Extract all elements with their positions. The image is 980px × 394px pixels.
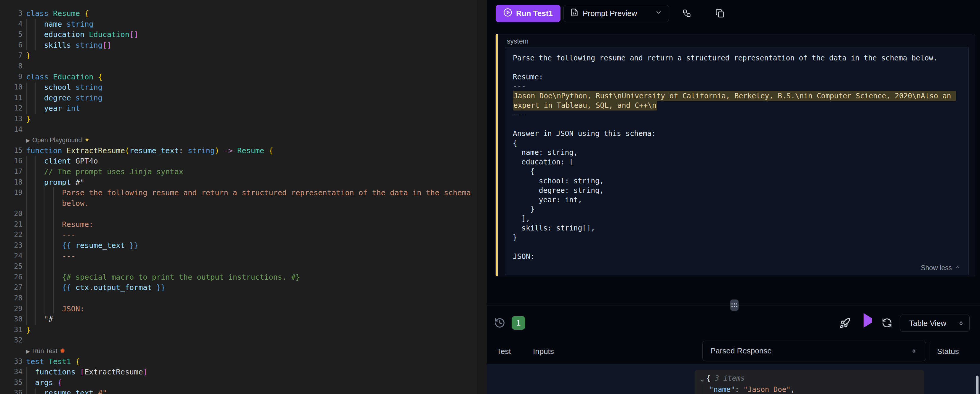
code-token: { xyxy=(706,374,715,383)
code-token: ExtractResume xyxy=(84,368,143,376)
code-line: 7} xyxy=(0,50,477,61)
code-text: JSON: xyxy=(26,303,84,314)
code-token xyxy=(26,157,44,165)
code-token: --- xyxy=(62,230,76,239)
code-text: name string xyxy=(26,19,94,30)
workflow-link-icon[interactable] xyxy=(680,6,694,20)
code-line: 8 xyxy=(0,61,477,72)
code-token: , xyxy=(791,385,795,394)
code-token: ) xyxy=(215,146,219,155)
line-number: 31 xyxy=(0,325,22,335)
code-token: [ xyxy=(80,368,84,376)
line-number: 22 xyxy=(0,230,22,240)
parsed-response-label: Parsed Response xyxy=(710,346,772,356)
code-token: -> xyxy=(219,146,237,155)
code-token: args xyxy=(35,378,57,387)
rocket-icon[interactable] xyxy=(839,318,851,330)
codelens-play-icon: ▶ xyxy=(26,349,30,354)
code-text: {# special macro to print the output ins… xyxy=(26,272,300,283)
prompt-line: year: int, xyxy=(513,195,961,205)
code-token: --- xyxy=(62,252,76,261)
code-token: string xyxy=(76,94,102,102)
code-token: degree xyxy=(44,94,76,102)
line-number: 19 xyxy=(0,187,22,198)
code-text: function ExtractResume(resume_text: stri… xyxy=(26,145,273,156)
code-token: name xyxy=(44,20,67,29)
line-number: 35 xyxy=(0,377,22,388)
code-token: JSON: xyxy=(62,305,84,313)
run-all-play-icon[interactable] xyxy=(864,318,872,323)
code-token: resume_text xyxy=(76,241,125,250)
editor-scrollbar-track[interactable] xyxy=(477,0,487,394)
code-text: {{ resume_text }} xyxy=(26,240,138,251)
code-text: // The prompt uses Jinja syntax xyxy=(26,167,183,177)
code-line: 10 school string xyxy=(0,82,477,93)
codelens-play-icon: ▶ xyxy=(26,138,30,143)
code-line: 11 degree string xyxy=(0,93,477,103)
column-header-parsed-response[interactable]: Parsed Response xyxy=(702,341,926,361)
code-token: string xyxy=(76,41,102,49)
indent-guide xyxy=(26,293,27,303)
history-icon[interactable] xyxy=(493,316,506,329)
test-result-row[interactable]: { 3 items"name": "Jason Doe","education"… xyxy=(487,364,980,394)
splitter-drag-handle[interactable] xyxy=(730,300,738,311)
parsed-response-json-viewer[interactable]: { 3 items"name": "Jason Doe","education"… xyxy=(695,370,924,394)
code-token: string xyxy=(67,20,94,29)
code-token xyxy=(26,104,44,113)
line-number: 30 xyxy=(0,314,22,325)
prompt-line: } xyxy=(513,204,961,214)
code-line: 5 education Education[] xyxy=(0,29,477,40)
line-number: 4 xyxy=(0,19,22,30)
prompt-preview-dropdown[interactable]: Prompt Preview xyxy=(563,5,669,22)
refresh-icon[interactable] xyxy=(881,318,892,329)
code-text: args { xyxy=(26,377,62,388)
code-token: int xyxy=(67,104,80,113)
code-token: ] xyxy=(143,368,147,376)
line-number: 13 xyxy=(0,114,22,124)
test-case-badge[interactable]: 1 xyxy=(512,316,525,330)
code-line: 6 skills string[] xyxy=(0,40,477,51)
code-token: {# special macro to print the output ins… xyxy=(62,273,300,281)
column-header-inputs: Inputs xyxy=(533,346,554,356)
code-token: year xyxy=(44,104,67,113)
highlighted-template-variable: Jason Doe\nPython, Rust\nUniversity of C… xyxy=(513,91,956,111)
indent-guide xyxy=(53,293,54,303)
flame-icon: ✹ xyxy=(60,347,65,354)
codelens-runtest[interactable]: ▶Run Test✹ xyxy=(26,346,65,357)
code-token: ExtractResume xyxy=(66,146,125,155)
code-text: {{ ctx.output_format }} xyxy=(26,282,165,293)
line-number: 29 xyxy=(0,303,22,314)
prompt-preview-panel: system Parse the following resume and re… xyxy=(495,34,975,276)
code-token xyxy=(26,230,62,239)
code-text: } xyxy=(26,114,30,124)
code-token: resume_text xyxy=(44,389,98,394)
code-token: test xyxy=(26,357,49,366)
code-token: resume_text xyxy=(129,146,179,155)
prompt-line: education: [ xyxy=(513,157,961,167)
copy-icon[interactable] xyxy=(713,6,727,20)
code-token: { xyxy=(76,357,80,366)
code-token: }} xyxy=(125,241,138,250)
code-token xyxy=(26,252,62,261)
code-token: #" xyxy=(76,178,84,187)
code-text: year int xyxy=(26,103,80,114)
code-text: --- xyxy=(26,251,76,262)
run-test-button[interactable]: Run Test1 xyxy=(496,5,560,22)
show-less-link[interactable]: Show less xyxy=(921,264,961,272)
code-token: { xyxy=(98,73,102,81)
code-editor[interactable]: 3class Resume {4 name string5 education … xyxy=(0,0,487,394)
table-view-select[interactable]: Table View xyxy=(900,315,970,332)
prompt-line: ], xyxy=(513,214,961,223)
prompt-line: JSON: xyxy=(513,252,961,261)
code-line: 34 functions [ExtractResume] xyxy=(0,367,477,377)
code-line: 36 resume_text #" xyxy=(0,388,477,394)
sort-chevrons-icon xyxy=(911,349,917,353)
codelens-playground[interactable]: ▶Open Playground✦ xyxy=(26,135,90,146)
code-line: 26 {# special macro to print the output … xyxy=(0,272,477,283)
code-token: string xyxy=(188,146,215,155)
prompt-role-label: system xyxy=(507,37,528,45)
code-token: : xyxy=(179,146,188,155)
code-token xyxy=(26,178,44,187)
results-scrollbar-thumb[interactable] xyxy=(976,376,978,394)
line-number: 36 xyxy=(0,388,22,394)
